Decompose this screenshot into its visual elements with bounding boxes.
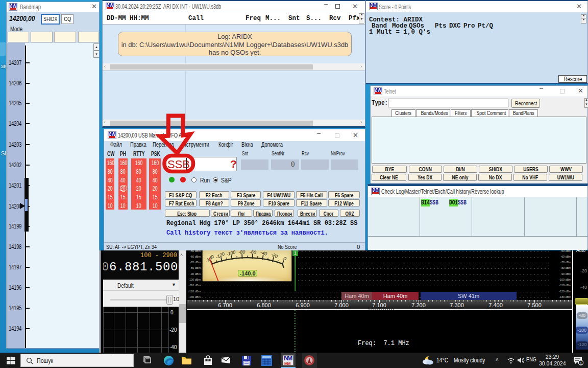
- svg-text:-20: -20: [271, 251, 279, 259]
- svg-text:-80: -80: [238, 250, 246, 255]
- svg-text:-100: -100: [226, 250, 236, 257]
- svg-text:-120: -120: [215, 251, 226, 260]
- svg-text:-60: -60: [249, 250, 256, 255]
- svg-text:0: 0: [282, 256, 287, 262]
- svg-text:1: 1: [580, 361, 582, 365]
- svg-text:-40: -40: [260, 250, 267, 257]
